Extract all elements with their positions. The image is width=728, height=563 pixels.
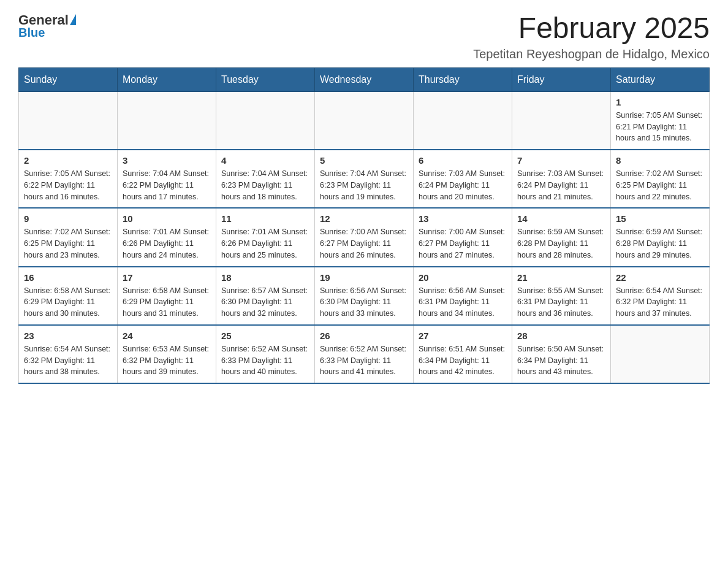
day-number: 15 (616, 213, 704, 224)
day-number: 5 (320, 155, 408, 166)
day-number: 12 (320, 213, 408, 224)
calendar-cell: 7Sunrise: 7:03 AM Sunset: 6:24 PM Daylig… (512, 150, 611, 208)
day-info: Sunrise: 6:56 AM Sunset: 6:30 PM Dayligh… (320, 285, 408, 320)
weekday-header-thursday: Thursday (414, 67, 512, 91)
calendar-cell: 13Sunrise: 7:00 AM Sunset: 6:27 PM Dayli… (414, 208, 512, 266)
day-info: Sunrise: 6:58 AM Sunset: 6:29 PM Dayligh… (123, 285, 211, 320)
calendar-cell: 21Sunrise: 6:55 AM Sunset: 6:31 PM Dayli… (512, 267, 611, 325)
weekday-header-saturday: Saturday (611, 67, 710, 91)
calendar-cell: 3Sunrise: 7:04 AM Sunset: 6:22 PM Daylig… (118, 150, 216, 208)
calendar-cell (512, 91, 611, 150)
calendar-cell: 8Sunrise: 7:02 AM Sunset: 6:25 PM Daylig… (611, 150, 710, 208)
day-number: 27 (419, 331, 507, 341)
day-info: Sunrise: 6:55 AM Sunset: 6:31 PM Dayligh… (517, 285, 605, 320)
day-number: 7 (517, 155, 605, 166)
weekday-header-row: SundayMondayTuesdayWednesdayThursdayFrid… (19, 67, 710, 91)
day-info: Sunrise: 7:04 AM Sunset: 6:22 PM Dayligh… (123, 168, 211, 202)
day-info: Sunrise: 6:50 AM Sunset: 6:34 PM Dayligh… (517, 343, 605, 378)
day-info: Sunrise: 6:53 AM Sunset: 6:32 PM Dayligh… (123, 343, 211, 378)
calendar-week-row-3: 16Sunrise: 6:58 AM Sunset: 6:29 PM Dayli… (19, 267, 710, 325)
weekday-header-friday: Friday (512, 67, 611, 91)
calendar-cell: 1Sunrise: 7:05 AM Sunset: 6:21 PM Daylig… (611, 91, 710, 150)
calendar-cell: 16Sunrise: 6:58 AM Sunset: 6:29 PM Dayli… (19, 267, 118, 325)
day-number: 28 (517, 331, 605, 341)
calendar-cell: 17Sunrise: 6:58 AM Sunset: 6:29 PM Dayli… (118, 267, 216, 325)
day-number: 23 (24, 331, 112, 341)
day-number: 13 (419, 213, 507, 224)
calendar-week-row-2: 9Sunrise: 7:02 AM Sunset: 6:25 PM Daylig… (19, 208, 710, 266)
day-info: Sunrise: 6:56 AM Sunset: 6:31 PM Dayligh… (419, 285, 507, 320)
day-number: 3 (123, 155, 211, 166)
day-info: Sunrise: 6:54 AM Sunset: 6:32 PM Dayligh… (616, 285, 704, 320)
logo: General Blue (18, 12, 76, 40)
calendar-cell: 24Sunrise: 6:53 AM Sunset: 6:32 PM Dayli… (118, 325, 216, 383)
calendar-cell (118, 91, 216, 150)
day-number: 8 (616, 155, 704, 166)
day-number: 17 (123, 272, 211, 283)
calendar-body: 1Sunrise: 7:05 AM Sunset: 6:21 PM Daylig… (19, 91, 710, 383)
calendar-cell: 9Sunrise: 7:02 AM Sunset: 6:25 PM Daylig… (19, 208, 118, 266)
day-info: Sunrise: 7:02 AM Sunset: 6:25 PM Dayligh… (616, 168, 704, 202)
day-info: Sunrise: 6:52 AM Sunset: 6:33 PM Dayligh… (221, 343, 309, 378)
day-number: 19 (320, 272, 408, 283)
header: General Blue February 2025 Tepetitan Rey… (18, 12, 710, 61)
calendar-header: SundayMondayTuesdayWednesdayThursdayFrid… (19, 67, 710, 91)
calendar-cell: 10Sunrise: 7:01 AM Sunset: 6:26 PM Dayli… (118, 208, 216, 266)
calendar-week-row-4: 23Sunrise: 6:54 AM Sunset: 6:32 PM Dayli… (19, 325, 710, 383)
calendar-cell: 22Sunrise: 6:54 AM Sunset: 6:32 PM Dayli… (611, 267, 710, 325)
calendar-cell: 15Sunrise: 6:59 AM Sunset: 6:28 PM Dayli… (611, 208, 710, 266)
day-info: Sunrise: 6:51 AM Sunset: 6:34 PM Dayligh… (419, 343, 507, 378)
calendar-title: February 2025 (473, 12, 710, 45)
logo-triangle-icon (70, 14, 76, 25)
calendar-cell: 12Sunrise: 7:00 AM Sunset: 6:27 PM Dayli… (315, 208, 414, 266)
calendar-cell (611, 325, 710, 383)
day-info: Sunrise: 6:54 AM Sunset: 6:32 PM Dayligh… (24, 343, 112, 378)
calendar-cell: 28Sunrise: 6:50 AM Sunset: 6:34 PM Dayli… (512, 325, 611, 383)
day-info: Sunrise: 7:05 AM Sunset: 6:22 PM Dayligh… (24, 168, 112, 202)
day-info: Sunrise: 7:05 AM Sunset: 6:21 PM Dayligh… (616, 110, 704, 144)
day-info: Sunrise: 7:01 AM Sunset: 6:26 PM Dayligh… (123, 226, 211, 261)
calendar-week-row-1: 2Sunrise: 7:05 AM Sunset: 6:22 PM Daylig… (19, 150, 710, 208)
weekday-header-monday: Monday (118, 67, 216, 91)
calendar-cell (414, 91, 512, 150)
day-number: 18 (221, 272, 309, 283)
title-area: February 2025 Tepetitan Reyeshogpan de H… (473, 12, 710, 61)
calendar-cell (315, 91, 414, 150)
day-number: 11 (221, 213, 309, 224)
calendar-table: SundayMondayTuesdayWednesdayThursdayFrid… (18, 67, 710, 384)
day-number: 2 (24, 155, 112, 166)
calendar-cell: 5Sunrise: 7:04 AM Sunset: 6:23 PM Daylig… (315, 150, 414, 208)
calendar-cell: 4Sunrise: 7:04 AM Sunset: 6:23 PM Daylig… (216, 150, 315, 208)
day-info: Sunrise: 6:59 AM Sunset: 6:28 PM Dayligh… (517, 226, 605, 261)
calendar-cell: 26Sunrise: 6:52 AM Sunset: 6:33 PM Dayli… (315, 325, 414, 383)
day-number: 14 (517, 213, 605, 224)
weekday-header-sunday: Sunday (19, 67, 118, 91)
day-number: 24 (123, 331, 211, 341)
calendar-week-row-0: 1Sunrise: 7:05 AM Sunset: 6:21 PM Daylig… (19, 91, 710, 150)
day-number: 1 (616, 97, 704, 107)
day-number: 16 (24, 272, 112, 283)
calendar-cell: 27Sunrise: 6:51 AM Sunset: 6:34 PM Dayli… (414, 325, 512, 383)
day-info: Sunrise: 6:52 AM Sunset: 6:33 PM Dayligh… (320, 343, 408, 378)
day-number: 20 (419, 272, 507, 283)
calendar-cell: 14Sunrise: 6:59 AM Sunset: 6:28 PM Dayli… (512, 208, 611, 266)
day-info: Sunrise: 7:03 AM Sunset: 6:24 PM Dayligh… (517, 168, 605, 202)
day-info: Sunrise: 6:58 AM Sunset: 6:29 PM Dayligh… (24, 285, 112, 320)
day-number: 25 (221, 331, 309, 341)
day-info: Sunrise: 6:57 AM Sunset: 6:30 PM Dayligh… (221, 285, 309, 320)
weekday-header-tuesday: Tuesday (216, 67, 315, 91)
day-number: 26 (320, 331, 408, 341)
weekday-header-wednesday: Wednesday (315, 67, 414, 91)
day-info: Sunrise: 7:02 AM Sunset: 6:25 PM Dayligh… (24, 226, 112, 261)
calendar-cell (19, 91, 118, 150)
logo-blue: Blue (18, 26, 45, 40)
calendar-cell: 19Sunrise: 6:56 AM Sunset: 6:30 PM Dayli… (315, 267, 414, 325)
day-info: Sunrise: 7:04 AM Sunset: 6:23 PM Dayligh… (221, 168, 309, 202)
day-number: 21 (517, 272, 605, 283)
day-info: Sunrise: 7:03 AM Sunset: 6:24 PM Dayligh… (419, 168, 507, 202)
calendar-cell: 20Sunrise: 6:56 AM Sunset: 6:31 PM Dayli… (414, 267, 512, 325)
calendar-cell: 11Sunrise: 7:01 AM Sunset: 6:26 PM Dayli… (216, 208, 315, 266)
calendar-cell (216, 91, 315, 150)
day-info: Sunrise: 7:00 AM Sunset: 6:27 PM Dayligh… (419, 226, 507, 261)
calendar-cell: 2Sunrise: 7:05 AM Sunset: 6:22 PM Daylig… (19, 150, 118, 208)
